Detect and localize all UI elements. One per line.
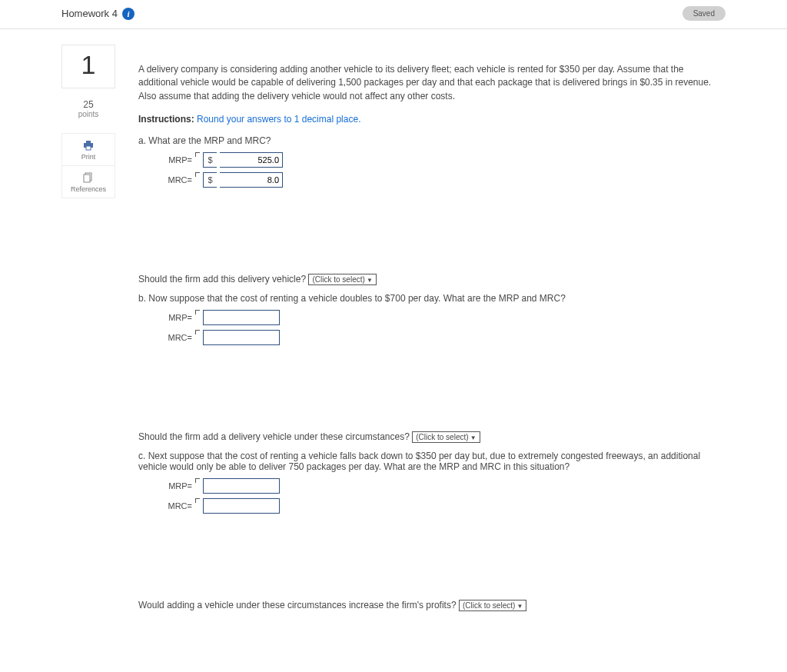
points-label: points bbox=[61, 110, 115, 118]
references-label: References bbox=[71, 185, 106, 193]
question-content: A delivery company is considering adding… bbox=[138, 45, 726, 616]
print-label: Print bbox=[81, 153, 96, 161]
currency-symbol: $ bbox=[203, 172, 217, 188]
corner-marker bbox=[195, 498, 200, 514]
part-b-mrc-input[interactable] bbox=[203, 330, 280, 345]
corner-marker bbox=[195, 172, 200, 188]
part-c-mrc-row: MRC= bbox=[161, 498, 726, 514]
top-bar: Homework 4 i Saved bbox=[0, 0, 787, 29]
mrc-label: MRC= bbox=[161, 175, 192, 185]
corner-marker bbox=[195, 310, 200, 325]
assignment-title-wrap: Homework 4 i bbox=[61, 8, 134, 20]
part-a-select[interactable]: (Click to select) bbox=[308, 274, 377, 285]
part-a-prompt: a. What are the MRP and MRC? bbox=[138, 135, 726, 146]
corner-marker bbox=[195, 330, 200, 345]
part-b-mrp-input[interactable] bbox=[203, 310, 280, 325]
instructions: Instructions: Round your answers to 1 de… bbox=[138, 114, 726, 125]
corner-marker bbox=[195, 478, 200, 494]
corner-marker bbox=[195, 152, 200, 168]
saved-status: Saved bbox=[682, 6, 726, 21]
svg-rect-2 bbox=[86, 146, 91, 150]
part-a-mrc-input[interactable] bbox=[220, 172, 283, 188]
svg-rect-1 bbox=[86, 141, 91, 143]
part-b-prompt: b. Now suppose that the cost of renting … bbox=[138, 293, 726, 304]
part-a-mrc-row: MRC= $ bbox=[161, 172, 726, 188]
instructions-text: Round your answers to 1 decimal place. bbox=[197, 114, 360, 125]
mrp-label: MRP= bbox=[161, 313, 192, 322]
instructions-label: Instructions: bbox=[138, 114, 194, 125]
part-a-mrp-row: MRP= $ bbox=[161, 152, 726, 168]
part-c-mrp-row: MRP= bbox=[161, 478, 726, 494]
references-button[interactable]: References bbox=[61, 165, 115, 198]
info-icon[interactable]: i bbox=[122, 8, 134, 20]
part-c-followup: Would adding a vehicle under these circu… bbox=[138, 600, 726, 611]
printer-icon bbox=[82, 140, 95, 151]
print-button[interactable]: Print bbox=[61, 133, 115, 166]
part-c-select[interactable]: (Click to select) bbox=[459, 600, 527, 611]
mrc-label: MRC= bbox=[161, 501, 192, 511]
part-c-mrp-input[interactable] bbox=[203, 478, 280, 494]
sidebar: 1 25 points Print References bbox=[61, 45, 115, 616]
part-b-followup: Should the firm add a delivery vehicle u… bbox=[138, 431, 726, 443]
question-number-card: 1 bbox=[61, 45, 115, 88]
points-value: 25 bbox=[61, 99, 115, 110]
part-c-followup-text: Would adding a vehicle under these circu… bbox=[138, 600, 457, 610]
part-b-select[interactable]: (Click to select) bbox=[412, 431, 480, 443]
mrp-label: MRP= bbox=[161, 155, 192, 165]
part-a-mrp-input[interactable] bbox=[220, 152, 283, 168]
svg-rect-4 bbox=[84, 175, 90, 182]
copy-icon bbox=[83, 172, 94, 183]
part-c-prompt: c. Next suppose that the cost of renting… bbox=[138, 451, 726, 472]
assignment-title: Homework 4 bbox=[61, 8, 118, 19]
mrp-label: MRP= bbox=[161, 481, 192, 491]
part-b-mrc-row: MRC= bbox=[161, 330, 726, 345]
question-intro: A delivery company is considering adding… bbox=[138, 63, 726, 103]
part-c-mrc-input[interactable] bbox=[203, 498, 280, 514]
part-a-followup-text: Should the firm add this delivery vehicl… bbox=[138, 274, 306, 284]
mrc-label: MRC= bbox=[161, 333, 192, 342]
part-a-followup: Should the firm add this delivery vehicl… bbox=[138, 274, 726, 285]
part-b-followup-text: Should the firm add a delivery vehicle u… bbox=[138, 431, 410, 442]
part-b-mrp-row: MRP= bbox=[161, 310, 726, 325]
currency-symbol: $ bbox=[203, 152, 217, 168]
page-body: 1 25 points Print References A delivery … bbox=[0, 29, 787, 631]
